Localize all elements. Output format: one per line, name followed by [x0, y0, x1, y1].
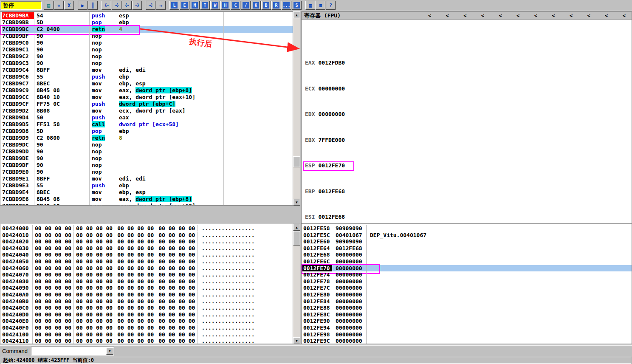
dump-row[interactable]: 004240F0 00 00 00 0000 00 00 0000 00 00 … — [2, 324, 293, 331]
patches-window-button[interactable]: / — [241, 1, 251, 10]
collapse-chevron-icon[interactable]: < — [463, 13, 466, 19]
disasm-row[interactable]: 7CBBD9D2 8B08 movecx, dword ptr [eax] — [2, 107, 293, 114]
executables-window-button[interactable]: E — [180, 1, 189, 10]
register-row[interactable]: EBP0012FE68 — [305, 188, 632, 195]
dump-row[interactable]: 00424000 00 00 00 0000 00 00 0000 00 00 … — [2, 225, 293, 232]
toolbar-separator[interactable] — [166, 1, 169, 10]
collapse-chevron-icon[interactable]: < — [516, 13, 519, 19]
appearance-button[interactable]: ▦ — [305, 1, 315, 10]
run-trace-button[interactable]: ... — [282, 1, 291, 10]
stack-row[interactable]: 0012FE98 00000000 — [302, 331, 632, 338]
stack-row[interactable]: 0012FE78 00000000 — [302, 278, 632, 285]
stack-row[interactable]: 0012FE80 00000000 — [302, 291, 632, 298]
dump-row[interactable]: 004240B0 00 00 00 0000 00 00 0000 00 00 … — [2, 298, 293, 305]
disasm-row[interactable]: 7CBBD9E3 55 pushebp — [2, 182, 293, 189]
collapse-chevron-icon[interactable]: < — [605, 13, 608, 19]
collapse-chevron-icon[interactable]: < — [552, 13, 555, 19]
disasm-row[interactable]: 7CBBD9E4 8BEC movebp, esp — [2, 189, 293, 196]
stack-row[interactable]: 0012FE88 00000000 — [302, 305, 632, 311]
disasm-row[interactable]: 7CBBD9C6 55 pushebp — [2, 73, 293, 80]
stack-row[interactable]: 0012FE70 00000000 — [302, 265, 632, 272]
windows-window-button[interactable]: W — [210, 1, 220, 10]
collapse-chevron-icon[interactable]: < — [587, 13, 590, 19]
dump-row[interactable]: 00424080 00 00 00 0000 00 00 0000 00 00 … — [2, 278, 293, 285]
disasm-row[interactable]: 7CBBD9C2 90 nop — [2, 53, 293, 60]
dump-row[interactable]: 00424090 00 00 00 0000 00 00 0000 00 00 … — [2, 285, 293, 291]
toolbar-separator[interactable] — [98, 1, 101, 10]
options-button[interactable]: ≡ — [316, 1, 325, 10]
stack-row[interactable]: 0012FE90 00000000 — [302, 318, 632, 324]
collapse-chevron-icon[interactable]: < — [534, 13, 537, 19]
disasm-row[interactable]: 7CBBD9BB 5D popebp — [2, 19, 293, 26]
go-to-address-button[interactable]: ⇒ — [156, 1, 166, 10]
disasm-row[interactable]: 7CBBD9BC C2 0400 retn4 — [2, 26, 293, 33]
register-row[interactable]: EAX0012FDB0 — [305, 59, 632, 66]
disasm-row[interactable]: 7CBBD9BA 54 pushesp — [2, 12, 293, 19]
collapse-chevron-icon[interactable]: < — [428, 13, 431, 19]
disasm-row[interactable]: 7CBBD9E6 8B45 08 moveax, dword ptr [ebp+… — [2, 196, 293, 203]
breakpoints-window-button[interactable]: B — [261, 1, 271, 10]
scroll-up-icon[interactable]: ▲ — [293, 224, 300, 231]
disasm-row[interactable]: 7CBBD9D8 5D popebp — [2, 128, 293, 135]
stack-row[interactable]: 0012FE94 00000000 — [302, 324, 632, 331]
pause-button[interactable]: ║ — [88, 1, 98, 10]
step-over-button[interactable]: →} — [112, 1, 121, 10]
stack-row[interactable]: 0012FE7C 00000000 — [302, 285, 632, 291]
disasm-row[interactable]: 7CBBD9E1 8BFF movedi, edi — [2, 175, 293, 182]
disasm-row[interactable]: 7CBBD9D9 C2 0800 retn8 — [2, 135, 293, 141]
disasm-row[interactable]: 7CBBD9DF 90 nop — [2, 162, 293, 169]
collapse-chevron-icon[interactable]: < — [570, 13, 573, 19]
disasm-row[interactable]: 7CBBD9C9 8B45 08 moveax, dword ptr [ebp+… — [2, 87, 293, 94]
collapse-chevron-icon[interactable]: < — [481, 13, 484, 19]
threads-window-button[interactable]: T — [200, 1, 210, 10]
disasm-scrollbar[interactable]: ▲ ▼ — [293, 11, 300, 206]
dump-scrollbar[interactable]: ▲ ▼ — [293, 224, 300, 344]
dump-row[interactable]: 00424110 00 00 00 0000 00 00 0000 00 00 … — [2, 338, 293, 344]
dump-row[interactable]: 00424100 00 00 00 0000 00 00 0000 00 00 … — [2, 331, 293, 338]
disasm-row[interactable]: 7CBBD9DD 90 nop — [2, 148, 293, 155]
register-row[interactable]: ECX00000000 — [305, 85, 632, 92]
dump-row[interactable]: 00424030 00 00 00 0000 00 00 0000 00 00 … — [2, 245, 293, 252]
scroll-up-icon[interactable]: ▲ — [293, 11, 300, 18]
stack-row[interactable]: 0012FE9C 00000000 — [302, 338, 632, 344]
scroll-thumb[interactable] — [293, 156, 300, 167]
cpu-window-button[interactable]: C — [231, 1, 240, 10]
dump-row[interactable]: 004240D0 00 00 00 0000 00 00 0000 00 00 … — [2, 311, 293, 318]
disasm-row[interactable]: 7CBBD9C4 8BFF movedi, edi — [2, 67, 293, 73]
dump-row[interactable]: 00424070 00 00 00 0000 00 00 0000 00 00 … — [2, 271, 293, 278]
disasm-row[interactable]: 7CBBD9CC 8B40 10 moveax, dword ptr [eax+… — [2, 94, 293, 101]
help-button[interactable]: ? — [326, 1, 336, 10]
disasm-row[interactable]: 7CBBD9BF 90 nop — [2, 33, 293, 40]
disasm-row[interactable]: 7CBBD9DC 90 nop — [2, 141, 293, 148]
animate-over-button[interactable]: ⇒} — [132, 1, 142, 10]
scroll-thumb[interactable] — [293, 231, 300, 245]
register-row[interactable]: EBX7FFDE000 — [305, 137, 632, 144]
run-button[interactable]: ▶ — [78, 1, 87, 10]
disasm-row[interactable]: 7CBBD9C1 90 nop — [2, 46, 293, 53]
dump-row[interactable]: 00424010 00 00 00 0000 00 00 0000 00 00 … — [2, 232, 293, 239]
stack-row[interactable]: 0012FE64 0012FE68 — [302, 245, 632, 252]
disasm-row[interactable]: 7CBBD9E0 90 nop — [2, 169, 293, 175]
step-into-button[interactable]: {→ — [102, 1, 111, 10]
stack-row[interactable]: 0012FE60 90909090 — [302, 238, 632, 245]
collapse-chevron-icon[interactable]: < — [623, 13, 626, 19]
toolbar-separator[interactable] — [302, 1, 305, 10]
scroll-down-icon[interactable]: ▼ — [293, 337, 300, 344]
dump-row[interactable]: 00424050 00 00 00 0000 00 00 0000 00 00 … — [2, 258, 293, 265]
stack-row[interactable]: 0012FE8C 00000000 — [302, 311, 632, 318]
dropdown-arrow-icon[interactable]: ▼ — [106, 347, 113, 355]
stack-row[interactable]: 0012FE58 90909090 — [302, 225, 632, 232]
source-window-button[interactable]: S — [292, 1, 302, 10]
command-input[interactable] — [31, 348, 106, 354]
collapse-chevron-icon[interactable]: < — [499, 13, 502, 19]
dump-row[interactable]: 00424020 00 00 00 0000 00 00 0000 00 00 … — [2, 238, 293, 245]
disasm-row[interactable]: 7CBBD9C0 90 nop — [2, 40, 293, 46]
restart-button[interactable]: « — [54, 1, 64, 10]
animate-into-button[interactable]: {⇒ — [122, 1, 132, 10]
scroll-down-icon[interactable]: ▼ — [293, 199, 300, 206]
toolbar-separator[interactable] — [142, 1, 145, 10]
dump-row[interactable]: 004240A0 00 00 00 0000 00 00 0000 00 00 … — [2, 291, 293, 298]
collapse-chevron-icon[interactable]: < — [446, 13, 449, 19]
register-row[interactable]: EDX00000000 — [305, 111, 632, 118]
open-file-button[interactable]: ▤ — [44, 1, 54, 10]
